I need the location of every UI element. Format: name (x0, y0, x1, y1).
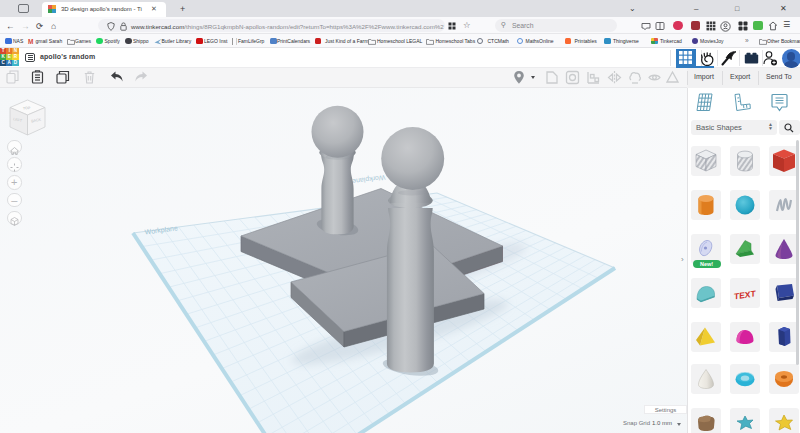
svg-text:TEXT: TEXT (734, 288, 756, 301)
svg-text:TOP: TOP (23, 106, 31, 111)
svg-text:Workplane: Workplane (352, 173, 386, 185)
